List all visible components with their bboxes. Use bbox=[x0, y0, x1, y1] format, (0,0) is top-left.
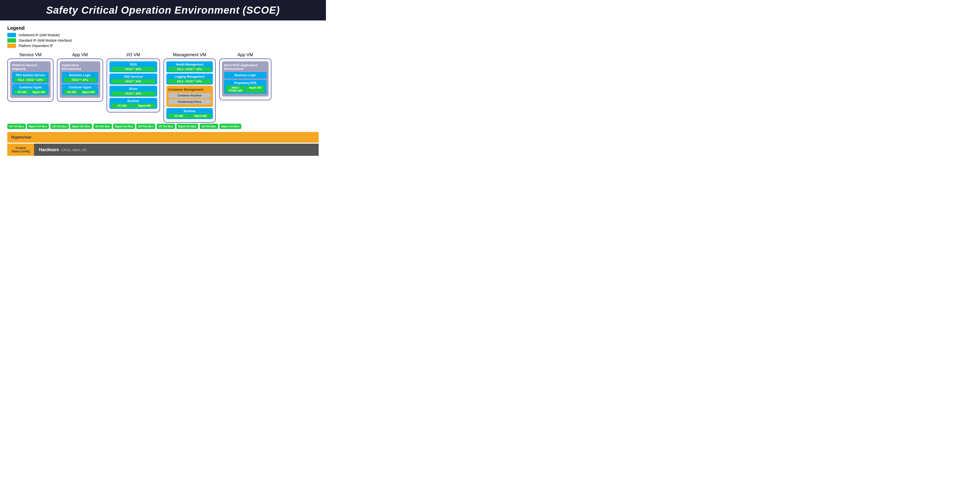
io-vm-column: I/O VM IOSS FACE™ APIs OSS Services FACE… bbox=[107, 52, 160, 112]
mgmt-runtime-io-abi: I/O ABI bbox=[168, 114, 189, 118]
legend-item-2: Platform Dependent IP bbox=[7, 43, 319, 48]
health-mgmt-title: Health Management bbox=[168, 63, 211, 66]
buses-row: I/O Virt Bus Mgmt Virt Bus I/O Virt Bus … bbox=[7, 124, 319, 129]
app-left-io-virt-bus: I/O Virt Bus bbox=[50, 124, 69, 129]
legend-label-platform: Platform Dependent IP bbox=[19, 44, 53, 48]
io-runtime-io-abi: I/O ABI bbox=[111, 104, 133, 108]
app-vm-left-label: App VM bbox=[72, 52, 88, 57]
service-mgmt-abi: Mgmt ABI bbox=[31, 90, 47, 94]
platform-service-segment-title: Platform Service Segment bbox=[12, 63, 49, 70]
container-mgmt-title: Container Management bbox=[168, 88, 211, 91]
business-logic-left-title: Business Logic bbox=[64, 73, 96, 77]
app-container-agent-block: Container Agent I/O ABI Mgmt ABI bbox=[62, 84, 98, 95]
service-vm-buses: I/O Virt Bus Mgmt Virt Bus bbox=[7, 124, 49, 129]
ioss-api: FACE™ APIs bbox=[111, 67, 155, 71]
business-logic-left-block: Business Logic FACE™ APIs bbox=[62, 72, 98, 83]
business-logic-right-title: Business Logic bbox=[226, 73, 265, 77]
hardware-subtitle: – CPUs, Mem, I/O bbox=[59, 148, 87, 152]
proprietary-rte-block: Proprietary RTE A653 / POSIX ABI Mgmt AB… bbox=[224, 80, 267, 94]
app-vm-right-box: Non-FACE Application Environment Busines… bbox=[219, 58, 272, 100]
app-right-mgmt-virt-bus: Mgmt Virt Bus bbox=[220, 124, 241, 129]
io-vm-label: I/O VM bbox=[126, 52, 140, 57]
app-right-buses: I/O Virt Bus Mgmt Virt Bus bbox=[200, 124, 241, 129]
proprietary-rte-title: Proprietary RTE bbox=[226, 81, 265, 85]
control-plane-label: Control Plane Config bbox=[12, 146, 29, 153]
mgmt-runtime-title: Runtime bbox=[168, 110, 211, 113]
legend-title: Legend bbox=[7, 25, 319, 31]
driver-api: FACE™ APIs bbox=[111, 91, 155, 96]
header: Safety Critical Operation Environment (S… bbox=[0, 0, 326, 21]
app-vm-right-column: App VM Non-FACE Application Environment … bbox=[219, 52, 272, 100]
business-logic-right-block: Business Logic bbox=[224, 72, 267, 79]
mgmt-vm-buses: I/O Virt Bus Mgmt Virt Bus bbox=[157, 124, 198, 129]
hardware-bar: Hardware– CPUs, Mem, I/O bbox=[34, 144, 319, 156]
ioss-title: IOSS bbox=[111, 63, 155, 66]
partitioning-policy-inner: Partitioning Policy bbox=[168, 99, 211, 104]
driver-title: Driver bbox=[111, 87, 155, 91]
mgmt-io-virt-bus: I/O Virt Bus bbox=[157, 124, 175, 129]
page-title: Safety Critical Operation Environment (S… bbox=[0, 0, 326, 21]
proprietary-a653-abi: A653 / POSIX ABI bbox=[226, 85, 245, 93]
main-content: Legend Unfettered IP (AIM Module) Standa… bbox=[0, 21, 326, 158]
mgmt-runtime-block: Runtime I/O ABI Mgmt ABI bbox=[166, 108, 213, 119]
diagram: Service VM Platform Service Segment PEO … bbox=[7, 52, 319, 156]
service-container-agent-title: Container Agent bbox=[14, 86, 47, 89]
proprietary-rte-abis: A653 / POSIX ABI Mgmt ABI bbox=[226, 85, 265, 93]
logging-mgmt-block: Logging Management KILA - FACE™ APIs bbox=[166, 73, 213, 85]
legend-label-standard: Standard IP (AIM Module Interface) bbox=[19, 38, 72, 42]
control-plane-box: Control Plane Config bbox=[7, 144, 34, 156]
io-runtime-title: Runtime bbox=[111, 99, 155, 103]
logging-mgmt-api: KILA - FACE™ APIs bbox=[168, 79, 211, 83]
legend-item-1: Standard IP (AIM Module Interface) bbox=[7, 38, 319, 43]
container-mgmt-block: Container Management Container Runtime P… bbox=[166, 86, 213, 107]
bottom-row: Control Plane Config Hardware– CPUs, Mem… bbox=[7, 144, 319, 156]
app-right-io-virt-bus: I/O Virt Bus bbox=[200, 124, 218, 129]
app-mgmt-abi: Mgmt ABI bbox=[81, 90, 96, 94]
legend-label-unfettered: Unfettered IP (AIM Module) bbox=[19, 33, 60, 37]
non-face-segment-title: Non-FACE Application Environment bbox=[224, 63, 267, 70]
io-phy-bus: I/O Phy Bus bbox=[136, 124, 155, 129]
hypervisor-bar: Hypervisor bbox=[7, 132, 319, 143]
service-mgmt-virt-bus: Mgmt Virt Bus bbox=[27, 124, 49, 129]
health-mgmt-api: KILA - FACE™ APIs bbox=[168, 67, 211, 71]
io-mgmt-virt-bus: Mgmt Virt Bus bbox=[113, 124, 135, 129]
service-container-agent-abis: I/O ABI Mgmt ABI bbox=[14, 90, 47, 94]
app-environment-title: Application Environment bbox=[62, 63, 98, 70]
mgmt-vm-label: Management VM bbox=[173, 52, 206, 57]
non-face-segment: Non-FACE Application Environment Busines… bbox=[222, 61, 269, 96]
legend: Legend Unfettered IP (AIM Module) Standa… bbox=[7, 25, 319, 48]
io-vm-box: IOSS FACE™ APIs OSS Services FACE™ APIs … bbox=[107, 58, 160, 112]
mgmt-runtime-abis: I/O ABI Mgmt ABI bbox=[168, 114, 211, 118]
container-runtime-inner: Container Runtime bbox=[168, 93, 211, 98]
platform-service-segment: Platform Service Segment PEO Aviation Se… bbox=[10, 61, 51, 98]
app-environment-segment: Application Environment Business Logic F… bbox=[60, 61, 100, 98]
mgmt-vm-column: Management VM Health Management KILA - F… bbox=[164, 52, 216, 123]
business-logic-left-api: FACE™ APIs bbox=[64, 78, 96, 82]
io-vm-buses: I/O Virt Bus Mgmt Virt Bus I/O Phy Bus bbox=[94, 124, 155, 129]
app-io-abi: I/O ABI bbox=[64, 90, 80, 94]
io-io-virt-bus: I/O Virt Bus bbox=[94, 124, 112, 129]
io-runtime-mgmt-abi: Mgmt ABI bbox=[134, 104, 155, 108]
app-container-agent-title: Container Agent bbox=[64, 86, 96, 89]
hypervisor-section: Hypervisor bbox=[7, 131, 319, 143]
mgmt-vm-box: Health Management KILA - FACE™ APIs Logg… bbox=[164, 58, 216, 123]
service-vm-column: Service VM Platform Service Segment PEO … bbox=[7, 52, 54, 102]
app-vm-right-label: App VM bbox=[237, 52, 253, 57]
app-vm-left-column: App VM Application Environment Business … bbox=[57, 52, 103, 102]
app-vm-left-box: Application Environment Business Logic F… bbox=[57, 58, 103, 102]
oss-services-title: OSS Services bbox=[111, 75, 155, 78]
service-vm-label: Service VM bbox=[19, 52, 41, 57]
app-left-mgmt-virt-bus: Mgmt Virt Bus bbox=[70, 124, 92, 129]
io-runtime-abis: I/O ABI Mgmt ABI bbox=[111, 104, 155, 108]
peo-aviation-api: KILA - FACE™ APIs bbox=[14, 78, 47, 82]
peo-aviation-title: PEO Aviation Service bbox=[14, 73, 47, 77]
driver-block: Driver FACE™ APIs bbox=[110, 86, 157, 97]
io-runtime-block: Runtime I/O ABI Mgmt ABI bbox=[110, 98, 157, 109]
peo-aviation-block: PEO Aviation Service KILA - FACE™ APIs bbox=[12, 72, 49, 83]
service-io-abi: I/O ABI bbox=[14, 90, 30, 94]
ioss-block: IOSS FACE™ APIs bbox=[110, 61, 157, 72]
mgmt-mgmt-virt-bus: Mgmt Virt Bus bbox=[177, 124, 198, 129]
app-container-agent-abis: I/O ABI Mgmt ABI bbox=[64, 90, 96, 94]
service-vm-box: Platform Service Segment PEO Aviation Se… bbox=[7, 58, 54, 102]
service-container-agent-block: Container Agent I/O ABI Mgmt ABI bbox=[12, 84, 49, 95]
